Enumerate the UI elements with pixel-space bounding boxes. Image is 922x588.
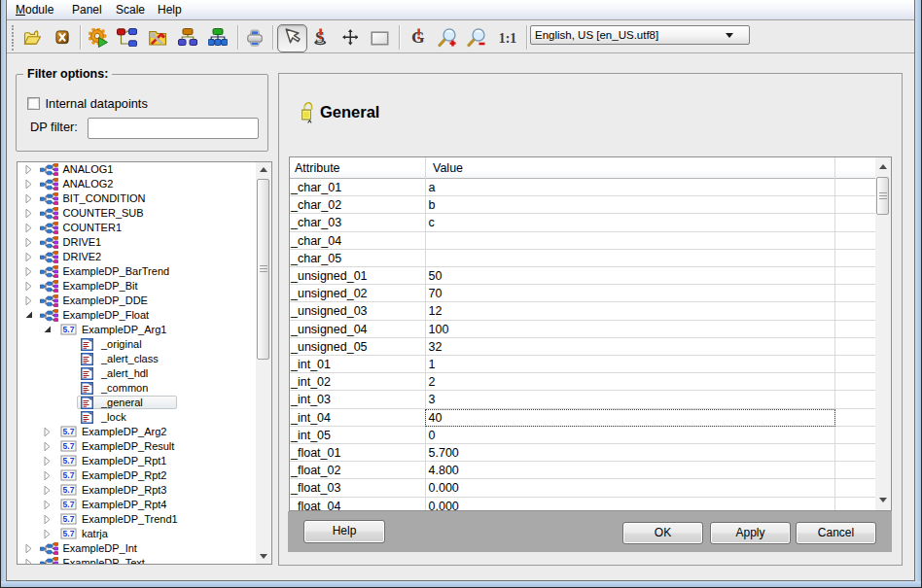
svg-text:1:1: 1:1 <box>498 31 515 45</box>
svg-text:5.7: 5.7 <box>62 485 74 495</box>
svg-text:5.7: 5.7 <box>62 529 74 538</box>
svg-text:5.7: 5.7 <box>62 470 74 480</box>
svg-text:5.7: 5.7 <box>62 325 74 334</box>
svg-text:5.7: 5.7 <box>62 514 74 524</box>
svg-text:5.7: 5.7 <box>62 427 74 436</box>
svg-text:5.7: 5.7 <box>62 500 74 509</box>
svg-text:5.7: 5.7 <box>62 441 74 451</box>
svg-text:5.7: 5.7 <box>62 456 74 466</box>
